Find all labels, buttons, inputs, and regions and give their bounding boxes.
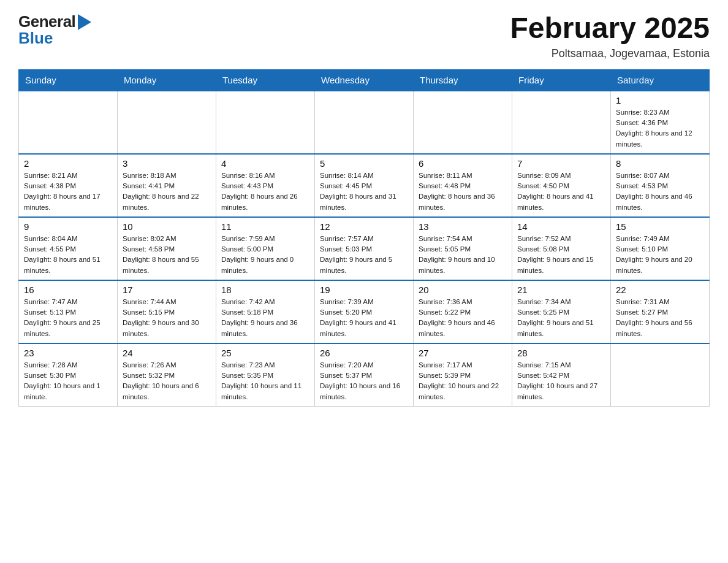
calendar-cell: 11Sunrise: 7:59 AMSunset: 5:00 PMDayligh… bbox=[216, 217, 315, 280]
calendar-cell: 25Sunrise: 7:23 AMSunset: 5:35 PMDayligh… bbox=[216, 343, 315, 407]
calendar-cell: 15Sunrise: 7:49 AMSunset: 5:10 PMDayligh… bbox=[611, 217, 710, 280]
day-number: 20 bbox=[419, 285, 507, 295]
logo-blue-text: Blue bbox=[18, 29, 53, 48]
calendar-cell: 16Sunrise: 7:47 AMSunset: 5:13 PMDayligh… bbox=[19, 280, 118, 343]
day-info: Sunrise: 8:23 AMSunset: 4:36 PMDaylight:… bbox=[616, 107, 704, 150]
calendar-cell bbox=[414, 91, 512, 154]
calendar-cell: 12Sunrise: 7:57 AMSunset: 5:03 PMDayligh… bbox=[315, 217, 414, 280]
day-number: 26 bbox=[320, 348, 408, 358]
calendar-cell: 8Sunrise: 8:07 AMSunset: 4:53 PMDaylight… bbox=[611, 154, 710, 217]
calendar-cell: 20Sunrise: 7:36 AMSunset: 5:22 PMDayligh… bbox=[414, 280, 512, 343]
day-info: Sunrise: 8:02 AMSunset: 4:58 PMDaylight:… bbox=[123, 234, 211, 276]
day-info: Sunrise: 7:42 AMSunset: 5:18 PMDaylight:… bbox=[221, 297, 309, 339]
day-number: 1 bbox=[616, 95, 704, 105]
day-info: Sunrise: 7:28 AMSunset: 5:30 PMDaylight:… bbox=[24, 360, 112, 402]
day-info: Sunrise: 7:20 AMSunset: 5:37 PMDaylight:… bbox=[320, 360, 408, 402]
day-info: Sunrise: 8:14 AMSunset: 4:45 PMDaylight:… bbox=[320, 170, 408, 213]
day-info: Sunrise: 7:36 AMSunset: 5:22 PMDaylight:… bbox=[419, 297, 507, 339]
calendar-cell: 7Sunrise: 8:09 AMSunset: 4:50 PMDaylight… bbox=[512, 154, 611, 217]
calendar-cell bbox=[611, 343, 710, 407]
header: General Blue February 2025 Poltsamaa, Jo… bbox=[18, 12, 710, 60]
calendar-header-row: Sunday Monday Tuesday Wednesday Thursday… bbox=[19, 69, 710, 91]
calendar-cell bbox=[118, 91, 216, 154]
day-info: Sunrise: 8:04 AMSunset: 4:55 PMDaylight:… bbox=[24, 234, 112, 276]
day-info: Sunrise: 8:11 AMSunset: 4:48 PMDaylight:… bbox=[419, 170, 507, 213]
day-number: 25 bbox=[221, 348, 309, 358]
day-number: 6 bbox=[419, 158, 507, 169]
day-number: 16 bbox=[24, 285, 112, 295]
calendar-cell: 26Sunrise: 7:20 AMSunset: 5:37 PMDayligh… bbox=[315, 343, 414, 407]
calendar-cell: 2Sunrise: 8:21 AMSunset: 4:38 PMDaylight… bbox=[19, 154, 118, 217]
calendar-cell: 13Sunrise: 7:54 AMSunset: 5:05 PMDayligh… bbox=[414, 217, 512, 280]
day-number: 14 bbox=[517, 221, 605, 232]
day-number: 22 bbox=[616, 285, 704, 295]
day-info: Sunrise: 8:09 AMSunset: 4:50 PMDaylight:… bbox=[517, 170, 605, 213]
day-info: Sunrise: 7:15 AMSunset: 5:42 PMDaylight:… bbox=[517, 360, 605, 402]
calendar-cell: 22Sunrise: 7:31 AMSunset: 5:27 PMDayligh… bbox=[611, 280, 710, 343]
day-number: 19 bbox=[320, 285, 408, 295]
day-number: 12 bbox=[320, 221, 408, 232]
col-sunday: Sunday bbox=[19, 69, 118, 91]
day-number: 17 bbox=[123, 285, 211, 295]
day-number: 9 bbox=[24, 221, 112, 232]
day-info: Sunrise: 7:59 AMSunset: 5:00 PMDaylight:… bbox=[221, 234, 309, 276]
calendar-cell: 14Sunrise: 7:52 AMSunset: 5:08 PMDayligh… bbox=[512, 217, 611, 280]
logo-arrow-icon bbox=[78, 14, 91, 30]
day-info: Sunrise: 7:34 AMSunset: 5:25 PMDaylight:… bbox=[517, 297, 605, 339]
day-number: 7 bbox=[517, 158, 605, 169]
day-info: Sunrise: 8:18 AMSunset: 4:41 PMDaylight:… bbox=[123, 170, 211, 213]
calendar: Sunday Monday Tuesday Wednesday Thursday… bbox=[18, 69, 710, 407]
calendar-cell bbox=[512, 91, 611, 154]
col-saturday: Saturday bbox=[611, 69, 710, 91]
calendar-cell bbox=[216, 91, 315, 154]
day-number: 23 bbox=[24, 348, 112, 358]
day-info: Sunrise: 7:26 AMSunset: 5:32 PMDaylight:… bbox=[123, 360, 211, 402]
calendar-cell: 21Sunrise: 7:34 AMSunset: 5:25 PMDayligh… bbox=[512, 280, 611, 343]
col-tuesday: Tuesday bbox=[216, 69, 315, 91]
day-number: 27 bbox=[419, 348, 507, 358]
week-row-5: 23Sunrise: 7:28 AMSunset: 5:30 PMDayligh… bbox=[19, 343, 710, 407]
logo-wrap: General Blue bbox=[18, 12, 91, 48]
day-info: Sunrise: 7:31 AMSunset: 5:27 PMDaylight:… bbox=[616, 297, 704, 339]
week-row-2: 2Sunrise: 8:21 AMSunset: 4:38 PMDaylight… bbox=[19, 154, 710, 217]
day-number: 13 bbox=[419, 221, 507, 232]
logo: General Blue bbox=[18, 12, 91, 48]
calendar-cell: 27Sunrise: 7:17 AMSunset: 5:39 PMDayligh… bbox=[414, 343, 512, 407]
page-title: February 2025 bbox=[510, 12, 710, 45]
calendar-cell: 4Sunrise: 8:16 AMSunset: 4:43 PMDaylight… bbox=[216, 154, 315, 217]
calendar-cell: 9Sunrise: 8:04 AMSunset: 4:55 PMDaylight… bbox=[19, 217, 118, 280]
day-number: 24 bbox=[123, 348, 211, 358]
day-info: Sunrise: 7:17 AMSunset: 5:39 PMDaylight:… bbox=[419, 360, 507, 402]
week-row-3: 9Sunrise: 8:04 AMSunset: 4:55 PMDaylight… bbox=[19, 217, 710, 280]
calendar-cell bbox=[19, 91, 118, 154]
day-number: 2 bbox=[24, 158, 112, 169]
day-number: 28 bbox=[517, 348, 605, 358]
day-info: Sunrise: 7:23 AMSunset: 5:35 PMDaylight:… bbox=[221, 360, 309, 402]
day-info: Sunrise: 8:16 AMSunset: 4:43 PMDaylight:… bbox=[221, 170, 309, 213]
col-friday: Friday bbox=[512, 69, 611, 91]
title-area: February 2025 Poltsamaa, Jogevamaa, Esto… bbox=[510, 12, 710, 60]
calendar-cell: 5Sunrise: 8:14 AMSunset: 4:45 PMDaylight… bbox=[315, 154, 414, 217]
day-number: 4 bbox=[221, 158, 309, 169]
calendar-cell: 3Sunrise: 8:18 AMSunset: 4:41 PMDaylight… bbox=[118, 154, 216, 217]
day-info: Sunrise: 8:21 AMSunset: 4:38 PMDaylight:… bbox=[24, 170, 112, 213]
day-number: 21 bbox=[517, 285, 605, 295]
calendar-cell: 1Sunrise: 8:23 AMSunset: 4:36 PMDaylight… bbox=[611, 91, 710, 154]
day-number: 11 bbox=[221, 221, 309, 232]
day-info: Sunrise: 7:54 AMSunset: 5:05 PMDaylight:… bbox=[419, 234, 507, 276]
calendar-cell: 10Sunrise: 8:02 AMSunset: 4:58 PMDayligh… bbox=[118, 217, 216, 280]
calendar-cell: 19Sunrise: 7:39 AMSunset: 5:20 PMDayligh… bbox=[315, 280, 414, 343]
calendar-cell: 6Sunrise: 8:11 AMSunset: 4:48 PMDaylight… bbox=[414, 154, 512, 217]
day-number: 10 bbox=[123, 221, 211, 232]
day-info: Sunrise: 7:49 AMSunset: 5:10 PMDaylight:… bbox=[616, 234, 704, 276]
week-row-4: 16Sunrise: 7:47 AMSunset: 5:13 PMDayligh… bbox=[19, 280, 710, 343]
subtitle: Poltsamaa, Jogevamaa, Estonia bbox=[510, 47, 710, 60]
day-info: Sunrise: 8:07 AMSunset: 4:53 PMDaylight:… bbox=[616, 170, 704, 213]
col-wednesday: Wednesday bbox=[315, 69, 414, 91]
day-number: 3 bbox=[123, 158, 211, 169]
calendar-cell bbox=[315, 91, 414, 154]
calendar-cell: 17Sunrise: 7:44 AMSunset: 5:15 PMDayligh… bbox=[118, 280, 216, 343]
day-info: Sunrise: 7:44 AMSunset: 5:15 PMDaylight:… bbox=[123, 297, 211, 339]
day-info: Sunrise: 7:47 AMSunset: 5:13 PMDaylight:… bbox=[24, 297, 112, 339]
week-row-1: 1Sunrise: 8:23 AMSunset: 4:36 PMDaylight… bbox=[19, 91, 710, 154]
